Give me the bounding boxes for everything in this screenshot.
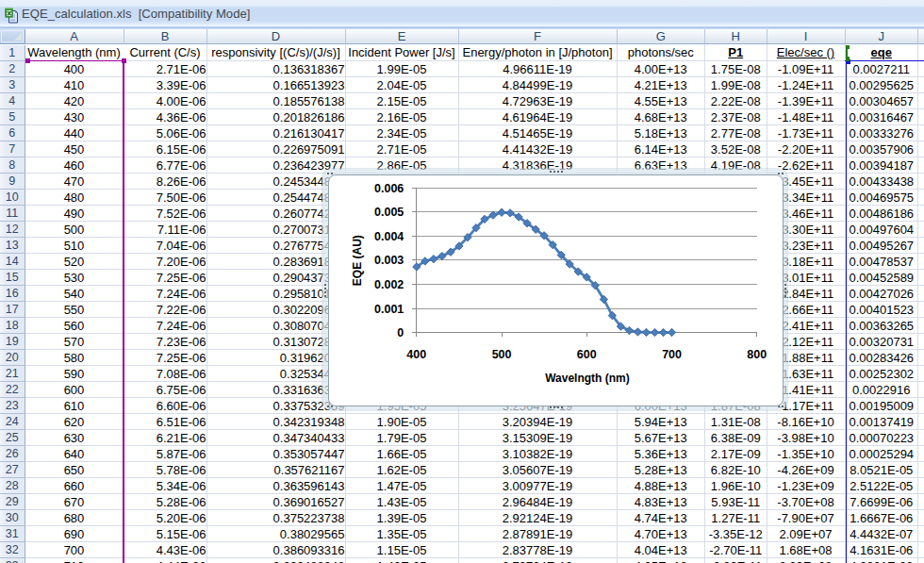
svg-text:600: 600 (577, 348, 597, 361)
svg-text:EQE (AU): EQE (AU) (352, 235, 365, 286)
svg-text:0.005: 0.005 (374, 206, 404, 219)
svg-text:700: 700 (662, 348, 682, 361)
svg-text:0: 0 (397, 326, 404, 339)
svg-text:400: 400 (406, 348, 426, 361)
svg-text:0.006: 0.006 (374, 182, 404, 195)
svg-text:0.002: 0.002 (374, 278, 404, 291)
svg-text:800: 800 (747, 348, 767, 361)
svg-text:0.003: 0.003 (374, 254, 404, 267)
svg-text:Wavelngth (nm): Wavelngth (nm) (545, 372, 630, 385)
svg-text:0.001: 0.001 (374, 303, 404, 316)
svg-text:500: 500 (492, 348, 512, 361)
svg-text:0.004: 0.004 (374, 230, 404, 243)
